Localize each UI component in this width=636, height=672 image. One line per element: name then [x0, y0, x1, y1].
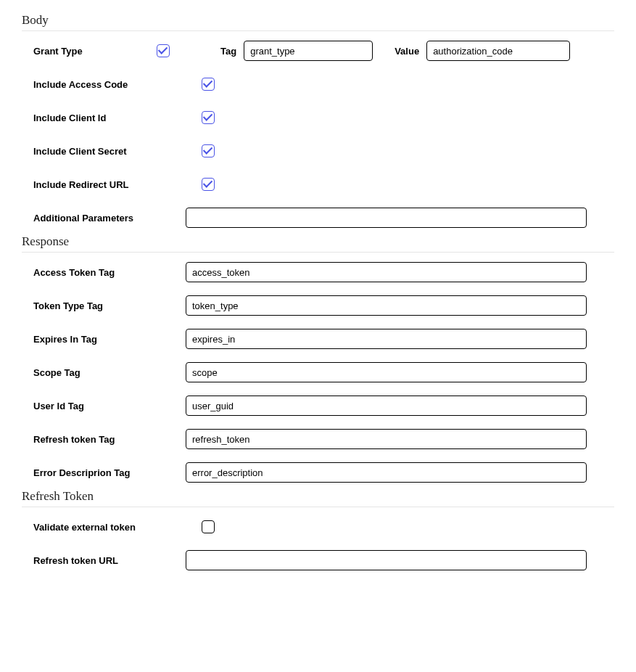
- scope-tag-input[interactable]: [186, 362, 587, 382]
- row-error-description-tag: Error Descriprion Tag: [22, 456, 614, 489]
- refresh-token-url-input[interactable]: [186, 550, 587, 570]
- section-body-title: Body: [22, 13, 614, 31]
- include-client-secret-checkbox[interactable]: [202, 144, 215, 157]
- user-id-tag-input[interactable]: [186, 396, 587, 416]
- refresh-token-tag-label: Refresh token Tag: [33, 434, 178, 445]
- include-client-id-checkbox[interactable]: [202, 111, 215, 124]
- error-description-tag-label: Error Descriprion Tag: [33, 467, 178, 478]
- token-type-tag-input[interactable]: [186, 295, 587, 316]
- validate-external-token-label: Validate external token: [33, 522, 178, 533]
- include-access-code-checkbox[interactable]: [202, 78, 215, 91]
- user-id-tag-label: User Id Tag: [33, 401, 178, 411]
- grant-type-tag-input[interactable]: [244, 41, 373, 61]
- row-scope-tag: Scope Tag: [22, 356, 614, 389]
- section-response-title: Response: [22, 234, 614, 253]
- access-token-tag-input[interactable]: [186, 262, 587, 282]
- token-type-tag-label: Token Type Tag: [33, 300, 178, 311]
- row-access-token-tag: Access Token Tag: [22, 255, 614, 289]
- section-refresh-token-title: Refresh Token: [22, 489, 614, 507]
- grant-type-checkbox[interactable]: [157, 44, 170, 57]
- row-expires-in-tag: Expires In Tag: [22, 322, 614, 356]
- row-refresh-token-url: Refresh token URL: [22, 544, 614, 577]
- refresh-token-tag-input[interactable]: [186, 429, 587, 449]
- validate-external-token-checkbox[interactable]: [202, 520, 215, 533]
- row-additional-parameters: Additional Parameters: [22, 201, 614, 234]
- row-user-id-tag: User Id Tag: [22, 389, 614, 422]
- row-refresh-token-tag: Refresh token Tag: [22, 422, 614, 456]
- grant-type-tag-label: Tag: [220, 46, 236, 57]
- row-include-access-code: Include Access Code: [22, 67, 614, 101]
- expires-in-tag-label: Expires In Tag: [33, 334, 178, 345]
- include-redirect-url-checkbox[interactable]: [202, 178, 215, 191]
- grant-type-value-label: Value: [395, 46, 419, 57]
- grant-type-value-input[interactable]: [426, 41, 570, 61]
- row-token-type-tag: Token Type Tag: [22, 289, 614, 322]
- grant-type-label: Grant Type: [33, 46, 149, 57]
- expires-in-tag-input[interactable]: [186, 329, 587, 349]
- error-description-tag-input[interactable]: [186, 462, 587, 483]
- include-client-secret-label: Include Client Secret: [33, 146, 178, 157]
- include-access-code-label: Include Access Code: [33, 79, 178, 90]
- row-include-client-secret: Include Client Secret: [22, 134, 614, 168]
- additional-parameters-input[interactable]: [186, 208, 587, 228]
- scope-tag-label: Scope Tag: [33, 367, 178, 378]
- include-client-id-label: Include Client Id: [33, 112, 178, 123]
- additional-parameters-label: Additional Parameters: [33, 213, 178, 224]
- refresh-token-url-label: Refresh token URL: [33, 555, 178, 566]
- row-validate-external-token: Validate external token: [22, 510, 614, 544]
- row-include-redirect-url: Include Redirect URL: [22, 168, 614, 201]
- row-include-client-id: Include Client Id: [22, 101, 614, 134]
- include-redirect-url-label: Include Redirect URL: [33, 179, 178, 190]
- row-grant-type: Grant Type Tag Value: [22, 34, 614, 67]
- access-token-tag-label: Access Token Tag: [33, 267, 178, 278]
